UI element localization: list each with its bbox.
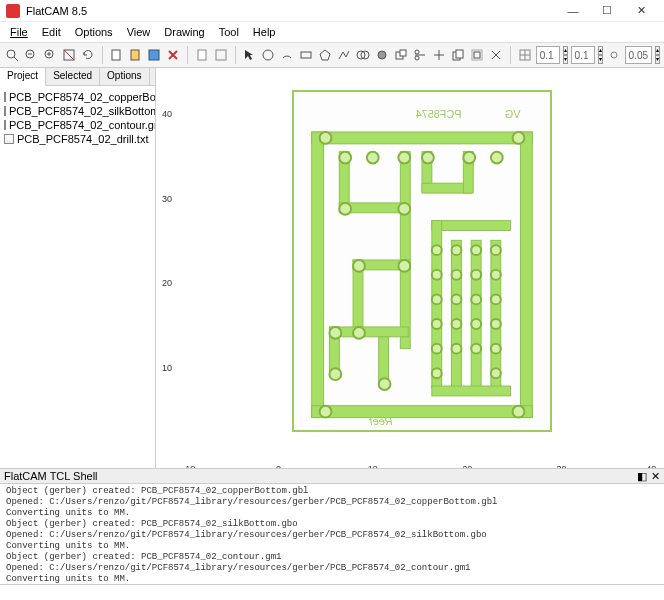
y-tick: 30 bbox=[162, 194, 172, 204]
snap-input[interactable]: 0.05 bbox=[625, 46, 652, 64]
union-icon[interactable] bbox=[355, 45, 371, 65]
svg-point-73 bbox=[432, 245, 442, 255]
svg-rect-36 bbox=[520, 132, 532, 418]
silk-text-bottom: Reef bbox=[369, 415, 393, 427]
y-tick: 10 bbox=[162, 363, 172, 373]
menu-options[interactable]: Options bbox=[69, 24, 119, 40]
svg-point-75 bbox=[471, 245, 481, 255]
svg-point-72 bbox=[379, 378, 391, 390]
menu-tool[interactable]: Tool bbox=[213, 24, 245, 40]
cut-path-icon[interactable] bbox=[412, 45, 428, 65]
new-geometry-icon[interactable] bbox=[108, 45, 124, 65]
canvas[interactable]: 40 30 20 10 -10 0 10 20 30 40 bbox=[156, 68, 664, 468]
shell-close-icon[interactable]: ✕ bbox=[651, 470, 660, 483]
svg-rect-35 bbox=[312, 132, 324, 418]
grid-icon[interactable] bbox=[517, 45, 533, 65]
delete-icon[interactable] bbox=[165, 45, 181, 65]
snap-spinner[interactable]: ▴▾ bbox=[655, 46, 660, 64]
svg-point-78 bbox=[452, 270, 462, 280]
shell-float-icon[interactable]: ◧ bbox=[637, 470, 647, 483]
edit-geometry-icon[interactable] bbox=[127, 45, 143, 65]
svg-point-60 bbox=[367, 152, 379, 164]
zoom-fit-icon[interactable] bbox=[4, 45, 20, 65]
buffer-icon[interactable] bbox=[469, 45, 485, 65]
svg-rect-14 bbox=[198, 50, 206, 60]
svg-rect-17 bbox=[301, 52, 311, 58]
intersection-icon[interactable] bbox=[374, 45, 390, 65]
svg-point-22 bbox=[415, 56, 419, 60]
svg-rect-49 bbox=[432, 221, 511, 231]
svg-rect-27 bbox=[474, 52, 480, 58]
svg-rect-40 bbox=[400, 152, 410, 349]
side-panel: Project Selected Options Tool PCB_PCF857… bbox=[0, 68, 156, 468]
svg-point-84 bbox=[491, 294, 501, 304]
svg-point-61 bbox=[398, 152, 410, 164]
tab-options[interactable]: Options bbox=[100, 68, 149, 85]
circle-icon[interactable] bbox=[260, 45, 276, 65]
menu-file[interactable]: File bbox=[4, 24, 34, 40]
new-blank-icon[interactable] bbox=[194, 45, 210, 65]
svg-point-82 bbox=[452, 294, 462, 304]
tab-project[interactable]: Project bbox=[0, 68, 46, 86]
menu-edit[interactable]: Edit bbox=[36, 24, 67, 40]
y-tick: 20 bbox=[162, 278, 172, 288]
pcb-board: VG PCF8574 Reef bbox=[292, 90, 552, 432]
svg-point-67 bbox=[353, 260, 365, 272]
svg-rect-25 bbox=[456, 50, 463, 58]
tree-item[interactable]: PCB_PCF8574_02_copperBottom.gbl bbox=[2, 90, 153, 104]
snap-icon[interactable] bbox=[606, 45, 622, 65]
tree-item[interactable]: PCB_PCF8574_02_contour.gm1 bbox=[2, 118, 153, 132]
svg-line-1 bbox=[14, 57, 18, 61]
menu-help[interactable]: Help bbox=[247, 24, 282, 40]
svg-point-71 bbox=[329, 368, 341, 380]
select-icon[interactable] bbox=[241, 45, 257, 65]
clear-plot-icon[interactable] bbox=[61, 45, 77, 65]
window-title: FlatCAM 8.5 bbox=[26, 5, 556, 17]
menu-view[interactable]: View bbox=[121, 24, 157, 40]
polygon-icon[interactable] bbox=[317, 45, 333, 65]
svg-point-68 bbox=[398, 260, 410, 272]
zoom-out-icon[interactable] bbox=[23, 45, 39, 65]
minimize-button[interactable]: — bbox=[556, 0, 590, 22]
app-icon bbox=[6, 4, 20, 18]
subtract-icon[interactable] bbox=[393, 45, 409, 65]
menubar: File Edit Options View Drawing Tool Help bbox=[0, 22, 664, 42]
svg-rect-9 bbox=[112, 50, 120, 60]
move-icon[interactable] bbox=[431, 45, 447, 65]
tree-item[interactable]: PCB_PCF8574_02_drill.txt bbox=[2, 132, 153, 146]
arc-icon[interactable] bbox=[279, 45, 295, 65]
copy-icon[interactable] bbox=[450, 45, 466, 65]
path-icon[interactable] bbox=[336, 45, 352, 65]
svg-point-76 bbox=[491, 245, 501, 255]
tree-item[interactable]: PCB_PCF8574_02_silkBottom.gbo bbox=[2, 104, 153, 118]
rectangle-icon[interactable] bbox=[298, 45, 314, 65]
x-tick: 30 bbox=[557, 464, 567, 468]
zoom-in-icon[interactable] bbox=[42, 45, 58, 65]
svg-point-90 bbox=[452, 344, 462, 354]
grid-x-input[interactable]: 0.1 bbox=[536, 46, 560, 64]
tab-selected[interactable]: Selected bbox=[46, 68, 100, 85]
grid-x-spinner[interactable]: ▴▾ bbox=[563, 46, 568, 64]
svg-rect-53 bbox=[491, 240, 501, 388]
svg-point-59 bbox=[339, 152, 351, 164]
svg-point-89 bbox=[432, 344, 442, 354]
svg-point-74 bbox=[452, 245, 462, 255]
svg-rect-37 bbox=[312, 406, 533, 418]
svg-point-57 bbox=[320, 406, 332, 418]
grid-y-input[interactable]: 0.1 bbox=[571, 46, 595, 64]
svg-point-79 bbox=[471, 270, 481, 280]
svg-point-81 bbox=[432, 294, 442, 304]
shell-input[interactable] bbox=[0, 584, 664, 600]
replot-icon[interactable] bbox=[80, 45, 96, 65]
close-button[interactable]: ✕ bbox=[624, 0, 658, 22]
menu-drawing[interactable]: Drawing bbox=[158, 24, 210, 40]
delete-shape-icon[interactable] bbox=[488, 45, 504, 65]
side-tabs: Project Selected Options Tool bbox=[0, 68, 155, 86]
save-icon[interactable] bbox=[146, 45, 162, 65]
svg-rect-34 bbox=[312, 132, 533, 144]
silk-text-top2: PCF8574 bbox=[416, 108, 462, 120]
maximize-button[interactable]: ☐ bbox=[590, 0, 624, 22]
update-icon[interactable] bbox=[213, 45, 229, 65]
svg-rect-15 bbox=[216, 50, 226, 60]
grid-y-spinner[interactable]: ▴▾ bbox=[598, 46, 603, 64]
